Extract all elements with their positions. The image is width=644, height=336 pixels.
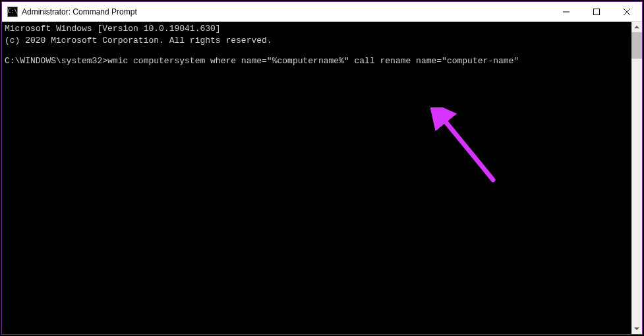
terminal-output[interactable]: Microsoft Windows [Version 10.0.19041.63… (2, 22, 631, 334)
titlebar[interactable]: C:\ Administrator: Command Prompt (2, 2, 642, 22)
scroll-thumb[interactable] (631, 32, 642, 59)
minimize-button[interactable] (551, 2, 581, 21)
svg-marker-4 (634, 26, 639, 28)
app-icon: C:\ (7, 7, 18, 17)
scroll-up-button[interactable] (631, 22, 642, 32)
maximize-button[interactable] (581, 2, 612, 21)
terminal-line-version: Microsoft Windows [Version 10.0.19041.63… (5, 23, 629, 35)
window-controls (551, 2, 642, 21)
minimize-icon (563, 9, 570, 15)
terminal-line-copyright: (c) 2020 Microsoft Corporation. All righ… (5, 35, 629, 47)
prompt: C:\WINDOWS\system32> (5, 56, 107, 66)
command-prompt-window: C:\ Administrator: Command Prompt Micros… (1, 1, 643, 335)
close-button[interactable] (612, 2, 642, 21)
close-icon (624, 9, 630, 15)
scroll-track[interactable] (631, 32, 642, 323)
app-icon-text: C:\ (8, 9, 17, 14)
terminal-prompt-line: C:\WINDOWS\system32>wmic computersystem … (5, 55, 629, 67)
chevron-down-icon (634, 327, 639, 330)
command-text: wmic computersystem where name="%compute… (107, 56, 519, 66)
chevron-up-icon (634, 26, 639, 28)
terminal-area: Microsoft Windows [Version 10.0.19041.63… (2, 22, 642, 334)
window-title: Administrator: Command Prompt (22, 7, 551, 16)
scroll-down-button[interactable] (631, 323, 642, 334)
vertical-scrollbar[interactable] (631, 22, 642, 334)
svg-rect-1 (594, 9, 600, 14)
maximize-icon (593, 9, 600, 15)
svg-marker-5 (634, 327, 639, 330)
